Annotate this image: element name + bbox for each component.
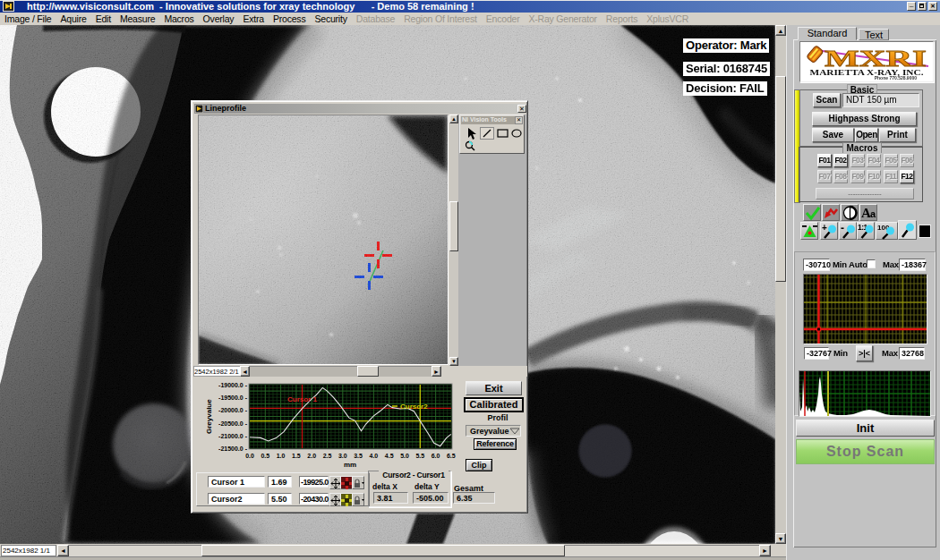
svg-text:-20500.0 -: -20500.0 - — [218, 420, 248, 427]
svg-text:-21500.0 -: -21500.0 - — [218, 445, 248, 452]
svg-text:Cursor2: Cursor2 — [400, 403, 428, 411]
svg-text:4.0: 4.0 — [370, 453, 379, 459]
svg-text:Phone 770.528.9000: Phone 770.528.9000 — [875, 75, 917, 81]
svg-text:5.5: 5.5 — [415, 453, 424, 459]
svg-text:2.0: 2.0 — [307, 453, 316, 459]
svg-text:5.0: 5.0 — [400, 453, 409, 459]
svg-text:-19500.0 -: -19500.0 - — [218, 395, 248, 401]
svg-text:4.5: 4.5 — [385, 453, 394, 459]
svg-text:mm: mm — [344, 461, 356, 469]
svg-text:3.5: 3.5 — [354, 453, 363, 459]
svg-text:a: a — [870, 208, 876, 219]
svg-text:0.0: 0.0 — [245, 453, 254, 459]
svg-text:+: + — [822, 223, 827, 233]
svg-text:1.0: 1.0 — [277, 453, 286, 459]
svg-text:3.0: 3.0 — [338, 453, 347, 459]
svg-text:2.5: 2.5 — [323, 453, 332, 459]
svg-text:-19000.0 -: -19000.0 - — [218, 382, 248, 388]
svg-text:6.5: 6.5 — [447, 453, 456, 459]
svg-text:Cursor 1: Cursor 1 — [287, 395, 317, 403]
svg-text:Greyvalue: Greyvalue — [205, 399, 213, 434]
svg-text:-: - — [841, 223, 844, 234]
svg-text:-20000.0 -: -20000.0 - — [218, 407, 248, 413]
svg-text:6.0: 6.0 — [432, 453, 440, 459]
svg-text:1.5: 1.5 — [292, 453, 301, 459]
svg-text:0.5: 0.5 — [261, 453, 269, 459]
svg-text:-21000.0 -: -21000.0 - — [218, 433, 248, 439]
